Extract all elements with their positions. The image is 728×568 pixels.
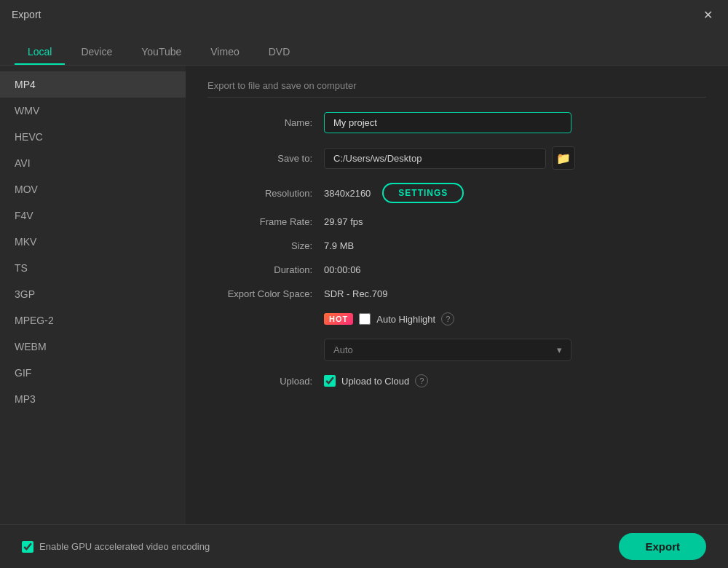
upload-to-cloud-checkbox[interactable] — [324, 375, 336, 387]
settings-button[interactable]: SETTINGS — [382, 183, 464, 203]
export-window: Export ✕ Local Device YouTube Vimeo DVD … — [0, 0, 728, 568]
save-to-label: Save to: — [207, 153, 324, 164]
export-button[interactable]: Export — [619, 533, 706, 560]
window-title: Export — [12, 9, 41, 20]
duration-label: Duration: — [207, 264, 324, 275]
resolution-value: 3840x2160 — [324, 188, 371, 199]
tab-device[interactable]: Device — [68, 39, 125, 65]
sidebar-item-gif[interactable]: GIF — [0, 360, 186, 386]
frame-rate-row: Frame Rate: 29.97 fps — [207, 216, 706, 227]
path-row: 📁 — [324, 146, 575, 170]
tab-dvd[interactable]: DVD — [256, 39, 304, 65]
upload-label: Upload: — [207, 376, 324, 387]
gpu-row: Enable GPU accelerated video encoding — [22, 541, 210, 553]
gpu-label: Enable GPU accelerated video encoding — [39, 541, 210, 552]
bottom-bar: Enable GPU accelerated video encoding Ex… — [0, 524, 728, 568]
auto-highlight-row: HOT Auto Highlight ? — [207, 312, 706, 326]
auto-highlight-checkbox[interactable] — [359, 313, 371, 325]
tab-vimeo[interactable]: Vimeo — [197, 39, 252, 65]
main-panel: Export to file and save on computer Name… — [186, 66, 728, 524]
close-button[interactable]: ✕ — [699, 6, 716, 23]
tab-youtube[interactable]: YouTube — [128, 39, 194, 65]
format-sidebar: MP4 WMV HEVC AVI MOV F4V MKV TS 3GP MPEG… — [0, 66, 186, 524]
upload-row: Upload: Upload to Cloud ? — [207, 374, 706, 387]
save-path-input[interactable] — [324, 148, 546, 169]
name-input[interactable] — [324, 112, 571, 133]
sidebar-item-3gp[interactable]: 3GP — [0, 281, 186, 307]
color-space-value: SDR - Rec.709 — [324, 288, 387, 299]
sidebar-item-f4v[interactable]: F4V — [0, 202, 186, 229]
tab-local[interactable]: Local — [15, 39, 65, 65]
resolution-label: Resolution: — [207, 188, 324, 199]
tab-bar: Local Device YouTube Vimeo DVD — [0, 29, 728, 66]
frame-rate-value: 29.97 fps — [324, 216, 363, 227]
sidebar-item-mp4[interactable]: MP4 — [0, 71, 186, 98]
folder-button[interactable]: 📁 — [552, 146, 575, 170]
sidebar-item-mov[interactable]: MOV — [0, 176, 186, 202]
duration-row: Duration: 00:00:06 — [207, 264, 706, 275]
name-row: Name: — [207, 112, 706, 133]
sidebar-item-ts[interactable]: TS — [0, 255, 186, 281]
size-label: Size: — [207, 240, 324, 251]
auto-highlight-controls: HOT Auto Highlight ? — [324, 312, 454, 326]
upload-help-icon[interactable]: ? — [415, 374, 428, 387]
save-to-row: Save to: 📁 — [207, 146, 706, 170]
auto-dropdown-value: Auto — [333, 344, 353, 355]
sidebar-item-mp3[interactable]: MP3 — [0, 386, 186, 412]
sidebar-item-webm[interactable]: WEBM — [0, 334, 186, 360]
title-bar: Export ✕ — [0, 0, 728, 29]
color-space-label: Export Color Space: — [207, 288, 324, 299]
upload-to-cloud-label: Upload to Cloud — [341, 376, 409, 387]
sidebar-item-mpeg2[interactable]: MPEG-2 — [0, 307, 186, 334]
size-row: Size: 7.9 MB — [207, 240, 706, 251]
sidebar-item-hevc[interactable]: HEVC — [0, 124, 186, 150]
sidebar-item-mkv[interactable]: MKV — [0, 229, 186, 255]
upload-controls: Upload to Cloud ? — [324, 374, 428, 387]
sidebar-item-wmv[interactable]: WMV — [0, 98, 186, 124]
auto-dropdown[interactable]: Auto ▾ — [324, 339, 571, 361]
folder-icon: 📁 — [556, 151, 571, 165]
section-title: Export to file and save on computer — [207, 80, 706, 98]
gpu-checkbox[interactable] — [22, 541, 33, 553]
resolution-row: Resolution: 3840x2160 SETTINGS — [207, 183, 706, 203]
name-label: Name: — [207, 117, 324, 128]
duration-value: 00:00:06 — [324, 264, 361, 275]
chevron-down-icon: ▾ — [557, 344, 562, 355]
hot-badge: HOT — [324, 313, 353, 325]
resolution-value-row: 3840x2160 SETTINGS — [324, 183, 464, 203]
auto-highlight-label: Auto Highlight — [376, 314, 435, 325]
sidebar-item-avi[interactable]: AVI — [0, 150, 186, 176]
auto-highlight-help-icon[interactable]: ? — [441, 312, 454, 326]
size-value: 7.9 MB — [324, 240, 354, 251]
content-area: MP4 WMV HEVC AVI MOV F4V MKV TS 3GP MPEG… — [0, 66, 728, 524]
color-space-row: Export Color Space: SDR - Rec.709 — [207, 288, 706, 299]
frame-rate-label: Frame Rate: — [207, 216, 324, 227]
